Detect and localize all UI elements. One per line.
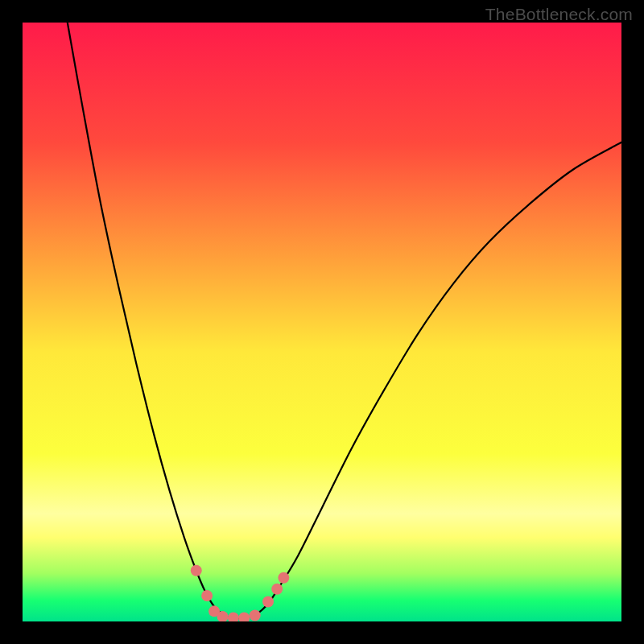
curve-marker xyxy=(262,596,274,607)
watermark-text: TheBottleneck.com xyxy=(485,5,633,24)
chart-svg xyxy=(23,23,621,621)
curve-marker xyxy=(191,565,202,576)
curve-marker xyxy=(278,572,289,584)
chart-background xyxy=(23,23,621,621)
curve-marker xyxy=(271,584,283,595)
curve-marker xyxy=(201,590,213,601)
curve-marker xyxy=(250,610,261,621)
bottleneck-chart xyxy=(23,23,621,621)
